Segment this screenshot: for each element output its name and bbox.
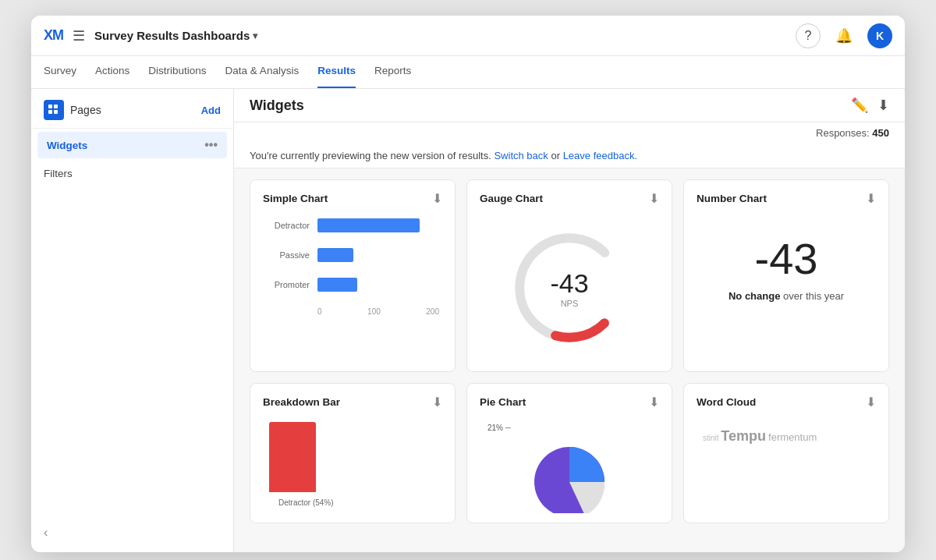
widget-header: Number Chart ⬇: [697, 191, 876, 206]
notification-button[interactable]: 🔔: [831, 23, 856, 48]
chart-bar-passive: [317, 248, 353, 262]
bell-icon: 🔔: [835, 27, 853, 44]
download-icon[interactable]: ⬇: [878, 97, 889, 114]
page-title: Widgets: [250, 97, 304, 114]
sidebar-header: Pages Add: [31, 89, 233, 129]
responses-label: Responses:: [816, 127, 870, 139]
widget-title: Simple Chart: [263, 193, 328, 204]
sidebar-item-widgets[interactable]: Widgets •••: [37, 132, 227, 158]
svg-rect-0: [48, 105, 52, 108]
breakdown-bar-visual: [263, 417, 442, 495]
widget-title: Breakdown Bar: [263, 396, 340, 408]
widget-header: Pie Chart ⬇: [480, 395, 659, 409]
svg-text:NPS: NPS: [561, 299, 579, 308]
dashboard-title: Survey Results Dashboards ▾: [94, 29, 257, 42]
number-caption: No change over this year: [729, 290, 844, 302]
sidebar-collapse-button[interactable]: ‹: [31, 513, 233, 552]
edit-icon[interactable]: ✏️: [851, 97, 868, 114]
svg-rect-3: [54, 110, 58, 114]
main-panel: Widgets ✏️ ⬇ Responses: 450 You're curre…: [234, 89, 905, 552]
download-chart-icon[interactable]: ⬇: [866, 191, 876, 206]
sidebar-pages-label: Pages: [70, 104, 101, 116]
app-window: XM ☰ Survey Results Dashboards ▾ ? 🔔 K S…: [31, 16, 905, 552]
tab-distributions[interactable]: Distributions: [148, 56, 206, 88]
pie-chart-container: 21% ─: [480, 417, 659, 513]
number-chart: -43 No change over this year: [697, 214, 876, 325]
download-chart-icon[interactable]: ⬇: [649, 191, 659, 206]
widget-header: Gauge Chart ⬇: [480, 191, 659, 206]
gauge-container: -43 NPS: [480, 214, 659, 362]
number-value: -43: [755, 237, 818, 281]
preview-banner: You're currently previewing the new vers…: [234, 144, 905, 168]
chart-bar-promoter: [317, 278, 357, 292]
widget-breakdown-bar: Breakdown Bar ⬇ Detractor (54%): [250, 383, 456, 523]
chart-label: Detractor: [263, 221, 310, 230]
widget-number-chart: Number Chart ⬇ -43 No change over this y…: [683, 179, 889, 372]
header-actions: ✏️ ⬇: [851, 97, 889, 114]
chart-row-passive: Passive: [263, 248, 442, 262]
svg-rect-1: [54, 105, 58, 108]
tab-results[interactable]: Results: [317, 56, 356, 88]
bar-chart: Detractor Passive: [263, 214, 442, 321]
add-page-button[interactable]: Add: [201, 105, 221, 116]
widget-title: Number Chart: [697, 193, 767, 204]
widget-simple-chart: Simple Chart ⬇ Detractor P: [250, 179, 456, 372]
chart-label: Passive: [263, 250, 310, 260]
download-chart-icon[interactable]: ⬇: [866, 395, 876, 409]
pie-slice-blue: [569, 447, 604, 482]
hamburger-icon[interactable]: ☰: [73, 27, 85, 44]
breakdown-bar-segment-detractor: [269, 422, 316, 492]
grid-icon: [44, 100, 64, 120]
widget-header: Simple Chart ⬇: [263, 191, 442, 206]
widget-header: Breakdown Bar ⬇: [263, 395, 442, 409]
pie-legend: 21% ─: [488, 424, 511, 432]
widget-gauge-chart: Gauge Chart ⬇ -43 NPS: [466, 179, 672, 372]
tab-data-analysis[interactable]: Data & Analysis: [225, 56, 300, 88]
widget-title: Gauge Chart: [480, 193, 543, 204]
topbar: XM ☰ Survey Results Dashboards ▾ ? 🔔 K: [31, 16, 905, 56]
pie-svg: [519, 435, 620, 513]
widget-title: Word Cloud: [697, 396, 756, 408]
topbar-right: ? 🔔 K: [796, 23, 892, 48]
widget-word-cloud: Word Cloud ⬇ stinit Tempu fermentum: [683, 383, 889, 523]
chart-label: Promoter: [263, 280, 310, 289]
more-options-icon[interactable]: •••: [204, 138, 218, 152]
download-chart-icon[interactable]: ⬇: [432, 191, 442, 206]
switch-back-link[interactable]: Switch back: [494, 150, 548, 161]
tab-survey[interactable]: Survey: [44, 56, 76, 88]
chevron-down-icon: ▾: [253, 30, 257, 41]
nav-tabs: Survey Actions Distributions Data & Anal…: [31, 56, 905, 89]
leave-feedback-link[interactable]: Leave feedback.: [563, 150, 637, 161]
svg-text:-43: -43: [550, 268, 588, 298]
chart-axis: 0 100 200: [317, 307, 442, 316]
help-button[interactable]: ?: [796, 23, 821, 48]
content-area: Pages Add Widgets ••• Filters ‹ Widgets: [31, 89, 905, 552]
chart-row-detractor: Detractor: [263, 218, 442, 232]
avatar[interactable]: K: [867, 23, 892, 48]
widget-grid: Simple Chart ⬇ Detractor P: [234, 168, 905, 534]
download-chart-icon[interactable]: ⬇: [649, 395, 659, 409]
responses-count: 450: [872, 127, 889, 139]
main-header: Widgets ✏️ ⬇: [234, 89, 905, 122]
gauge-svg: -43 NPS: [503, 222, 636, 354]
tab-actions[interactable]: Actions: [95, 56, 129, 88]
responses-bar: Responses: 450: [234, 122, 905, 144]
preview-text: You're currently previewing the new vers…: [250, 150, 491, 161]
question-icon: ?: [805, 29, 812, 43]
tab-reports[interactable]: Reports: [374, 56, 411, 88]
chart-row-promoter: Promoter: [263, 278, 442, 292]
download-chart-icon[interactable]: ⬇: [432, 395, 442, 409]
breakdown-label: Detractor (54%): [278, 498, 442, 507]
word-cloud-container: stinit Tempu fermentum: [697, 417, 876, 455]
svg-rect-2: [48, 110, 52, 114]
sidebar-item-filters[interactable]: Filters: [31, 161, 233, 186]
widget-title: Pie Chart: [480, 396, 526, 408]
chart-bar-detractor: [317, 218, 420, 232]
widget-header: Word Cloud ⬇: [697, 395, 876, 409]
xm-logo: XM: [44, 27, 63, 44]
widget-pie-chart: Pie Chart ⬇ 21% ─: [466, 383, 672, 523]
sidebar: Pages Add Widgets ••• Filters ‹: [31, 89, 234, 552]
